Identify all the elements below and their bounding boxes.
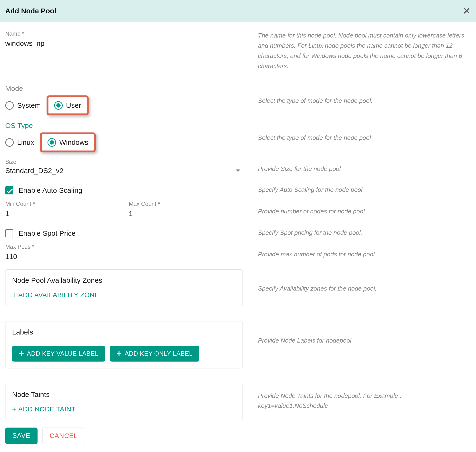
taints-help: Provide Node Taints for the nodepool. Fo… [258,391,471,411]
mode-radio-group: System User [5,95,243,115]
availability-card-wrap: Node Pool Availability Zones + ADD AVAIL… [5,269,243,306]
size-field: Size Standard_DS2_v2 [5,159,243,177]
add-kv-label: ADD KEY-VALUE LABEL [27,350,98,357]
availability-help: Specify Availability zones for the node … [258,283,377,294]
max-pods-help: Provide max number of pods for node pool… [258,249,376,259]
radio-icon [5,138,14,147]
os-type-help-wrap: Select the type of mode for the node poo… [258,121,471,154]
add-availability-zone-label: ADD AVAILABILITY ZONE [18,291,99,299]
spot-price-field: Enable Spot Price [5,226,243,237]
add-key-only-label-button[interactable]: ADD KEY-ONLY LABEL [110,346,199,362]
max-count-input[interactable] [129,209,243,220]
os-type-help: Select the type of mode for the node poo… [258,133,371,143]
min-count-input[interactable] [5,209,119,220]
close-icon[interactable]: ✕ [463,6,471,16]
name-label: Name * [5,30,243,37]
max-pods-input[interactable] [5,252,243,263]
highlight-os-windows: Windows [40,133,96,153]
os-linux-label: Linux [17,138,34,146]
availability-help-wrap: Specify Availability zones for the node … [258,269,471,308]
mode-field: Mode System User [5,85,243,115]
spot-price-label: Enable Spot Price [19,229,75,237]
max-count-field: Max Count * [129,201,243,220]
plus-icon [117,351,121,356]
auto-scaling-field: Enable Auto Scaling [5,184,243,194]
taints-card: Node Taints + ADD NODE TAINT [5,384,243,420]
radio-icon [5,101,14,110]
auto-scaling-help: Specify Auto Scaling for the node pool. [258,185,364,195]
size-label: Size [5,159,243,165]
count-help: Provide number of nodes for node pool. [258,206,367,217]
taints-help-wrap: Provide Node Taints for the nodepool. Fo… [258,384,471,422]
add-node-taint-button[interactable]: + ADD NODE TAINT [12,405,75,413]
labels-help-wrap: Provide Node Labels for nodepool [258,321,471,370]
name-input[interactable] [5,39,243,50]
spot-price-checkbox[interactable]: Enable Spot Price [5,229,243,237]
max-count-label: Max Count * [129,201,243,207]
labels-card: Labels ADD KEY-VALUE LABEL ADD KEY-ONLY … [5,321,243,368]
add-availability-zone-button[interactable]: + ADD AVAILABILITY ZONE [12,291,99,299]
max-pods-label: Max Pods * [5,244,243,250]
mode-system-label: System [17,101,41,109]
taints-card-wrap: Node Taints + ADD NODE TAINT [5,384,243,420]
auto-scaling-help-wrap: Specify Auto Scaling for the node pool. [258,184,471,196]
mode-label: Mode [5,85,243,93]
mode-help: Select the type of mode for the node poo… [258,96,373,106]
name-help-wrap: The name for this node pool. Node pool m… [258,30,471,71]
spot-price-help: Specify Spot pricing for the node pool. [258,228,362,238]
add-node-taint-label: ADD NODE TAINT [18,405,75,413]
taints-title: Node Taints [12,391,236,399]
mode-help-wrap: Select the type of mode for the node poo… [258,85,471,117]
mode-user-label: User [66,101,81,109]
dialog-footer: SAVE CANCEL [0,423,476,452]
checkbox-icon [5,229,13,237]
size-help-wrap: Provide Size for the node pool [258,159,471,179]
radio-icon [47,138,56,147]
spot-price-help-wrap: Specify Spot pricing for the node pool. [258,226,471,239]
auto-scaling-label: Enable Auto Scaling [19,186,82,194]
mode-radio-user[interactable]: User [54,101,81,110]
size-help: Provide Size for the node pool [258,164,341,174]
min-count-label: Min Count * [5,201,119,207]
add-key-value-label-button[interactable]: ADD KEY-VALUE LABEL [12,346,105,362]
plus-icon: + [12,291,16,299]
labels-title: Labels [12,328,236,336]
availability-title: Node Pool Availability Zones [12,276,236,284]
add-k-label: ADD KEY-ONLY LABEL [125,350,193,357]
highlight-mode-user: User [47,95,89,115]
dialog-title: Add Node Pool [5,7,56,15]
count-fields: Min Count * Max Count * [5,201,243,220]
os-windows-label: Windows [59,138,88,146]
plus-icon [19,351,24,356]
max-pods-help-wrap: Provide max number of pods for node pool… [258,244,471,265]
count-help-wrap: Provide number of nodes for node pool. [258,201,471,222]
max-pods-field: Max Pods * [5,244,243,263]
os-radio-windows[interactable]: Windows [47,138,88,147]
mode-radio-system[interactable]: System [5,101,41,110]
checkbox-icon [5,186,13,194]
cancel-button[interactable]: CANCEL [42,428,85,444]
save-button[interactable]: SAVE [5,428,38,444]
radio-icon [54,101,63,110]
min-count-field: Min Count * [5,201,119,220]
name-help: The name for this node pool. Node pool m… [258,30,471,71]
dialog-header: Add Node Pool ✕ [0,0,476,22]
availability-card: Node Pool Availability Zones + ADD AVAIL… [5,269,243,306]
name-field: Name * [5,30,243,69]
auto-scaling-checkbox[interactable]: Enable Auto Scaling [5,186,243,194]
labels-help: Provide Node Labels for nodepool [258,335,351,346]
os-type-field: OS Type Linux Windows [5,121,243,153]
os-type-label: OS Type [5,121,243,130]
labels-card-wrap: Labels ADD KEY-VALUE LABEL ADD KEY-ONLY … [5,321,243,368]
size-value: Standard_DS2_v2 [5,167,63,175]
size-select[interactable]: Standard_DS2_v2 [5,167,243,177]
os-type-radio-group: Linux Windows [5,133,243,153]
os-radio-linux[interactable]: Linux [5,138,34,147]
chevron-down-icon [236,170,240,172]
plus-icon: + [12,405,16,413]
